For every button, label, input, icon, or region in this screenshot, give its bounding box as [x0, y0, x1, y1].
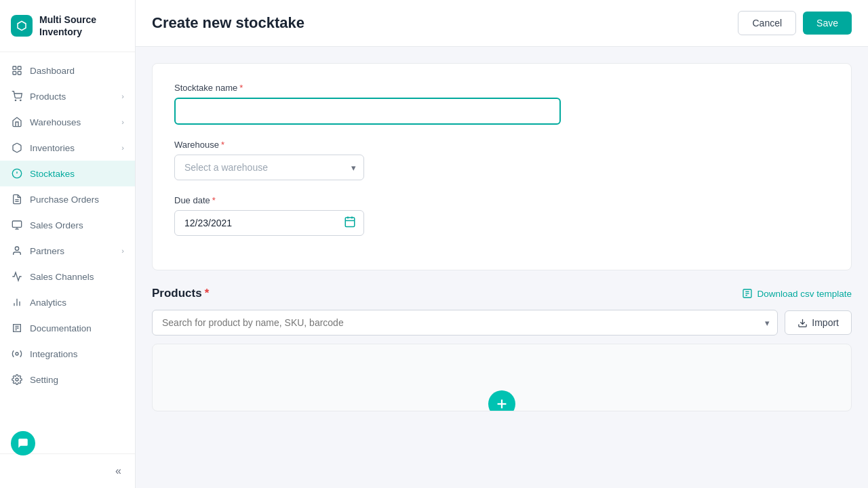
- svg-rect-20: [345, 218, 355, 227]
- sidebar-item-label: Products: [30, 92, 66, 102]
- sidebar-item-label: Sales Orders: [30, 220, 83, 230]
- warehouse-group: Warehouse * Select a warehouse ▾: [174, 140, 829, 180]
- partners-icon: [11, 245, 23, 257]
- required-indicator: *: [212, 195, 216, 205]
- products-title: Products *: [152, 287, 209, 300]
- main-area: Create new stocktake Cancel Save Stockta…: [136, 0, 868, 488]
- import-label: Import: [812, 317, 839, 328]
- products-required-indicator: *: [205, 287, 210, 300]
- products-search-input[interactable]: [152, 310, 778, 336]
- sidebar-header: Multi Source Inventory: [0, 0, 135, 52]
- svg-rect-2: [13, 72, 16, 75]
- sidebar-item-sales-orders[interactable]: Sales Orders: [0, 212, 135, 238]
- page-title: Create new stocktake: [152, 14, 304, 32]
- svg-rect-3: [18, 72, 21, 75]
- collapse-sidebar-button[interactable]: «: [113, 462, 124, 480]
- svg-point-14: [15, 247, 18, 250]
- due-date-group: Due date *: [174, 195, 829, 236]
- chevron-down-icon: ▾: [765, 318, 770, 328]
- sidebar-item-integrations[interactable]: Integrations: [0, 341, 135, 367]
- chat-button[interactable]: [11, 431, 35, 455]
- import-button[interactable]: Import: [785, 310, 852, 335]
- required-indicator: *: [221, 140, 224, 150]
- sidebar-item-products[interactable]: Products ›: [0, 83, 135, 109]
- sidebar-item-label: Analytics: [30, 298, 66, 308]
- chevron-right-icon: ›: [121, 247, 124, 255]
- sidebar-item-label: Inventories: [30, 143, 75, 153]
- documentation-icon: [11, 322, 23, 334]
- sidebar-item-label: Dashboard: [30, 66, 75, 76]
- stocktake-name-group: Stocktake name *: [174, 83, 829, 125]
- due-date-label: Due date *: [174, 195, 829, 205]
- purchase-orders-icon: [11, 193, 23, 205]
- cancel-button[interactable]: Cancel: [738, 11, 796, 35]
- products-search-wrap: ▾: [152, 310, 778, 336]
- sidebar-item-label: Sales Channels: [30, 272, 94, 282]
- sidebar: Multi Source Inventory Dashboard Product…: [0, 0, 136, 488]
- products-header: Products * Download csv template: [152, 287, 852, 300]
- chevron-right-icon: ›: [121, 144, 124, 152]
- svg-rect-0: [13, 66, 16, 70]
- sidebar-item-analytics[interactable]: Analytics: [0, 289, 135, 315]
- sidebar-nav: Dashboard Products › Warehouses ›: [0, 52, 135, 453]
- sidebar-item-label: Setting: [30, 375, 58, 385]
- sales-orders-icon: [11, 219, 23, 231]
- sidebar-item-sales-channels[interactable]: Sales Channels: [0, 264, 135, 289]
- sidebar-item-label: Purchase Orders: [30, 195, 99, 205]
- app-title: Multi Source Inventory: [39, 14, 124, 38]
- due-date-wrap: [174, 210, 364, 236]
- sidebar-item-label: Stocktakes: [30, 169, 75, 179]
- svg-point-4: [15, 100, 16, 101]
- sidebar-item-dashboard[interactable]: Dashboard: [0, 58, 135, 83]
- sidebar-item-inventories[interactable]: Inventories ›: [0, 135, 135, 161]
- save-button[interactable]: Save: [803, 12, 852, 35]
- integrations-icon: [11, 348, 23, 360]
- stocktake-name-input[interactable]: [174, 98, 561, 125]
- warehouse-label: Warehouse *: [174, 140, 829, 150]
- dashboard-icon: [11, 64, 23, 77]
- products-table-area: [152, 344, 852, 411]
- svg-point-5: [20, 100, 21, 101]
- app-logo: [11, 15, 33, 37]
- download-csv-link[interactable]: Download csv template: [742, 288, 852, 299]
- setting-icon: [11, 373, 23, 386]
- svg-rect-1: [18, 66, 21, 70]
- products-section: Products * Download csv template ▾: [152, 287, 852, 411]
- form-card: Stocktake name * Warehouse * Select a wa…: [152, 63, 852, 270]
- products-search-row: ▾ Import: [152, 310, 852, 336]
- warehouse-select[interactable]: Select a warehouse: [174, 155, 364, 180]
- chevron-right-icon: ›: [121, 118, 124, 126]
- sidebar-item-label: Warehouses: [30, 117, 81, 127]
- main-content: Stocktake name * Warehouse * Select a wa…: [136, 47, 868, 488]
- sidebar-item-label: Partners: [30, 246, 64, 256]
- add-product-button[interactable]: [488, 390, 515, 411]
- sidebar-item-partners[interactable]: Partners ›: [0, 238, 135, 264]
- sales-channels-icon: [11, 270, 23, 283]
- chevron-right-icon: ›: [121, 92, 124, 100]
- warehouses-icon: [11, 116, 23, 128]
- sidebar-item-label: Integrations: [30, 349, 78, 359]
- svg-point-19: [16, 378, 18, 381]
- sidebar-item-purchase-orders[interactable]: Purchase Orders: [0, 186, 135, 212]
- required-indicator: *: [239, 83, 243, 93]
- stocktake-name-label: Stocktake name *: [174, 83, 829, 93]
- sidebar-item-stocktakes[interactable]: Stocktakes: [0, 161, 135, 186]
- page-header: Create new stocktake Cancel Save: [136, 0, 868, 47]
- svg-point-18: [16, 352, 18, 355]
- products-icon: [11, 90, 23, 102]
- sidebar-collapse-area: «: [0, 453, 135, 488]
- header-actions: Cancel Save: [738, 11, 852, 35]
- sidebar-item-label: Documentation: [30, 323, 92, 333]
- download-csv-label: Download csv template: [757, 289, 852, 299]
- analytics-icon: [11, 296, 23, 308]
- svg-rect-11: [12, 221, 21, 227]
- inventories-icon: [11, 142, 23, 154]
- sidebar-item-documentation[interactable]: Documentation: [0, 315, 135, 341]
- sidebar-item-setting[interactable]: Setting: [0, 367, 135, 392]
- stocktakes-icon: [11, 167, 23, 180]
- due-date-input[interactable]: [174, 210, 364, 236]
- warehouse-select-wrap: Select a warehouse ▾: [174, 155, 364, 180]
- sidebar-item-warehouses[interactable]: Warehouses ›: [0, 109, 135, 135]
- calendar-icon[interactable]: [344, 216, 356, 230]
